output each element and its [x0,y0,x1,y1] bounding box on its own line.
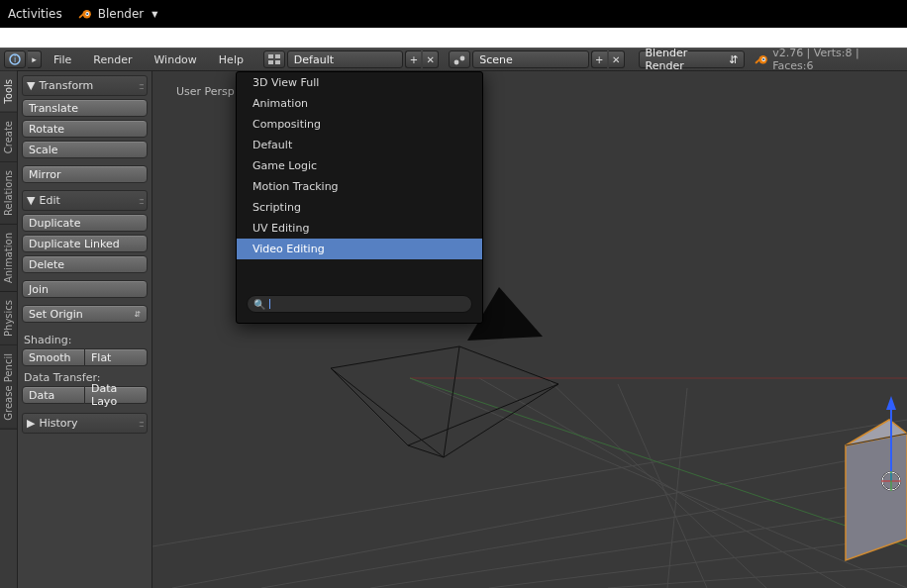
layout-option-game-logic[interactable]: Game Logic [237,155,482,176]
svg-point-13 [762,58,764,60]
smooth-button[interactable]: Smooth [22,348,85,366]
layout-add-icon[interactable]: + [405,50,421,68]
vtab-create[interactable]: Create [0,113,17,162]
svg-line-31 [408,445,444,457]
layout-search-input[interactable]: 🔍 [247,295,472,313]
svg-line-22 [549,380,766,588]
app-menu[interactable]: Blender ▼ [78,7,158,21]
vtab-animation[interactable]: Animation [0,225,17,292]
layout-option-3d-view-full[interactable]: 3D View Full [237,72,482,93]
svg-line-28 [331,368,444,457]
translate-button[interactable]: Translate [22,99,148,117]
panel-edit-header[interactable]: ▼ Edit :::: [22,190,148,211]
vtab-physics[interactable]: Physics [0,292,17,345]
panel-history-header[interactable]: ▶ History :::: [22,413,148,434]
disclosure-right-icon: ▶ [27,417,35,430]
layout-delete-icon[interactable]: ✕ [423,50,439,68]
svg-rect-7 [268,60,273,64]
layout-option-uv-editing[interactable]: UV Editing [237,218,482,239]
app-name: Blender [98,7,145,21]
data-button[interactable]: Data [22,386,85,404]
scene-field-value: Scene [479,53,513,66]
data-layout-button[interactable]: Data Layo [85,386,148,404]
file-menu[interactable]: File [44,53,81,66]
screen-layout-popup: 3D View Full Animation Compositing Defau… [236,71,483,324]
svg-line-26 [410,378,907,546]
header-status: v2.76 | Verts:8 | Faces:6 [755,47,903,72]
layout-option-compositing[interactable]: Compositing [237,114,482,135]
render-menu[interactable]: Render [83,53,142,66]
window-menu[interactable]: Window [144,53,206,66]
vtab-tools[interactable]: Tools [0,71,17,113]
activities-button[interactable]: Activities [8,7,62,21]
svg-line-16 [261,477,907,588]
blender-logo-icon [78,7,92,21]
render-engine-value: Blender Render [646,47,729,72]
panel-transform-title: Transform [39,79,93,92]
disclosure-down-icon: ▼ [27,79,35,92]
panel-history-title: History [39,417,77,430]
duplicate-button[interactable]: Duplicate [22,214,148,232]
render-engine-select[interactable]: Blender Render ⇵ [639,50,746,68]
scene-add-icon[interactable]: + [591,50,607,68]
layout-option-scripting[interactable]: Scripting [237,197,482,218]
tool-shelf: ▼ Transform :::: Translate Rotate Scale … [18,71,152,588]
grip-icon: :::: [139,419,143,429]
svg-line-30 [444,346,459,457]
os-top-bar: Activities Blender ▼ [0,0,907,28]
layout-browse-icon[interactable] [263,50,285,68]
rotate-button[interactable]: Rotate [22,120,148,138]
chevron-updown-icon: ⇵ [134,310,141,319]
panel-transform-header[interactable]: ▼ Transform :::: [22,75,148,96]
text-caret [269,299,270,309]
svg-text:i: i [14,55,16,64]
grip-icon: :::: [139,81,143,91]
mirror-button[interactable]: Mirror [22,165,148,183]
blender-logo-icon [755,52,768,66]
chevron-updown-icon: ⇵ [729,53,738,66]
scene-browse-icon[interactable] [449,50,470,68]
set-origin-button[interactable]: Set Origin ⇵ [22,305,148,323]
svg-line-21 [479,378,846,588]
flat-button[interactable]: Flat [85,348,148,366]
chevron-down-icon: ▼ [151,10,157,19]
header-status-text: v2.76 | Verts:8 | Faces:6 [772,47,903,72]
svg-rect-5 [268,54,273,58]
delete-button[interactable]: Delete [22,255,148,273]
svg-line-20 [410,378,907,588]
search-icon: 🔍 [253,299,265,310]
3d-viewport[interactable]: User Persp [152,71,907,588]
svg-line-14 [152,420,907,546]
duplicate-linked-button[interactable]: Duplicate Linked [22,235,148,252]
scale-button[interactable]: Scale [22,141,148,158]
svg-line-15 [172,449,907,588]
grip-icon: :::: [139,196,143,206]
toolshelf-tabs: Tools Create Relations Animation Physics… [0,71,18,588]
window-chrome-gap [0,28,907,48]
scene-delete-icon[interactable]: ✕ [609,50,625,68]
svg-line-23 [618,384,707,588]
scene-field[interactable]: Scene [472,50,589,68]
svg-point-9 [454,60,459,65]
svg-marker-36 [886,396,896,410]
layout-option-motion-tracking[interactable]: Motion Tracking [237,176,482,197]
shading-label: Shading: [22,332,148,348]
svg-marker-27 [331,346,558,445]
svg-rect-6 [275,54,280,58]
panel-edit-title: Edit [39,194,59,207]
vtab-grease-pencil[interactable]: Grease Pencil [0,345,17,430]
blender-info-header: i ▸ File Render Window Help Default + ✕ … [0,48,907,71]
help-menu[interactable]: Help [209,53,253,66]
svg-point-10 [460,56,465,61]
svg-marker-32 [846,434,907,560]
layout-option-default[interactable]: Default [237,135,482,155]
vtab-relations[interactable]: Relations [0,162,17,225]
layout-field[interactable]: Default [287,50,404,68]
layout-option-video-editing[interactable]: Video Editing [237,239,482,259]
layout-option-animation[interactable]: Animation [237,93,482,114]
join-button[interactable]: Join [22,280,148,298]
svg-rect-8 [275,60,280,64]
layout-field-value: Default [294,53,334,66]
editor-type-expand-icon[interactable]: ▸ [28,50,42,68]
editor-type-icon[interactable]: i [4,50,26,68]
